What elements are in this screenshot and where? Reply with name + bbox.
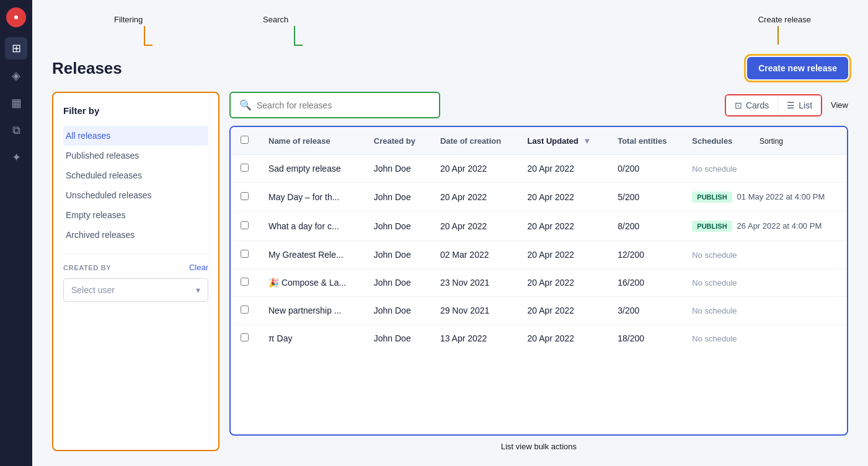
annotation-row: Filtering Search Create release <box>52 15 848 52</box>
row-name: My Greatest Rele... <box>259 241 364 269</box>
cards-icon: ⊡ <box>735 100 742 110</box>
page-title: Releases <box>52 59 122 78</box>
search-icon: 🔍 <box>239 99 252 111</box>
row-last-updated: 20 Apr 2022 <box>518 269 608 297</box>
create-release-button[interactable]: Create new release <box>747 57 848 79</box>
header-name: Name of release <box>259 127 364 155</box>
row-date-creation: 13 Apr 2022 <box>430 325 518 353</box>
row-name: New partnership ... <box>259 297 364 325</box>
annotation-create-release: Create release <box>758 15 811 24</box>
row-checkbox[interactable] <box>241 250 249 258</box>
row-name: What a day for c... <box>259 212 364 241</box>
row-date-creation: 02 Mar 2022 <box>430 241 518 269</box>
filter-all-releases[interactable]: All releases <box>63 126 208 146</box>
row-schedules: No schedule <box>682 297 847 325</box>
row-date-creation: 29 Nov 2021 <box>430 297 518 325</box>
row-name: π Day <box>259 325 364 353</box>
arrow-filtering-h <box>144 45 153 46</box>
schedule-time: 01 May 2022 at 4:00 PM <box>737 192 825 201</box>
publish-badge: PUBLISH <box>692 221 732 232</box>
sidebar-item-puzzle[interactable]: ✦ <box>5 146 27 169</box>
arrow-filtering <box>144 26 145 45</box>
row-created-by: John Doe <box>364 325 430 353</box>
row-checkbox-cell <box>231 183 259 212</box>
row-date-creation: 20 Apr 2022 <box>430 212 518 241</box>
header-checkbox-col <box>231 127 259 155</box>
header-total-entities: Total entities <box>608 127 682 155</box>
select-all-checkbox[interactable] <box>241 136 249 144</box>
row-last-updated: 20 Apr 2022 <box>518 155 608 183</box>
table-body: Sad empty release John Doe 20 Apr 2022 2… <box>231 155 847 353</box>
row-checkbox[interactable] <box>241 306 249 314</box>
table-row: My Greatest Rele... John Doe 02 Mar 2022… <box>231 241 847 269</box>
filter-scheduled-releases[interactable]: Scheduled releases <box>63 165 208 185</box>
cards-view-button[interactable]: ⊡ Cards <box>726 95 778 115</box>
header-last-updated[interactable]: Last Updated ▼ <box>518 127 608 155</box>
page-header: Releases Create new release <box>52 57 848 79</box>
row-schedules: No schedule <box>682 241 847 269</box>
row-created-by: John Doe <box>364 241 430 269</box>
row-checkbox-cell <box>231 325 259 353</box>
sidebar-item-calendar[interactable]: ▦ <box>5 92 27 114</box>
annotation-sorting: Sorting <box>760 137 783 146</box>
annotation-view: View <box>831 100 848 110</box>
cards-label: Cards <box>746 100 769 110</box>
content-area: Filter by All releases Published release… <box>52 92 848 451</box>
list-view-button[interactable]: ☰ List <box>778 95 821 115</box>
row-checkbox[interactable] <box>241 164 249 172</box>
row-total-entities: 12/200 <box>608 241 682 269</box>
schedule-time: 26 Apr 2022 at 4:00 PM <box>737 221 822 231</box>
row-checkbox-cell <box>231 155 259 183</box>
no-schedule-text: No schedule <box>692 306 737 315</box>
arrow-search-h <box>294 45 303 46</box>
arrow-create <box>777 26 779 45</box>
list-label: List <box>799 100 812 110</box>
row-date-creation: 20 Apr 2022 <box>430 183 518 212</box>
no-schedule-text: No schedule <box>692 250 737 260</box>
row-last-updated: 20 Apr 2022 <box>518 241 608 269</box>
annotation-filtering: Filtering <box>114 15 143 24</box>
filter-empty-releases[interactable]: Empty releases <box>63 205 208 225</box>
sidebar-item-layers[interactable]: ⧉ <box>5 119 27 141</box>
header-created-by: Created by <box>364 127 430 155</box>
filter-unscheduled-releases[interactable]: Unscheduled releases <box>63 185 208 205</box>
select-user-button[interactable]: Select user ▾ <box>63 278 208 302</box>
view-toggle: ⊡ Cards ☰ List <box>725 94 822 116</box>
filter-published-releases[interactable]: Published releases <box>63 146 208 165</box>
chevron-down-icon: ▾ <box>196 285 200 295</box>
filter-created-by-row: CREATED BY Clear <box>63 263 208 272</box>
search-box: 🔍 <box>229 92 440 118</box>
row-schedules: No schedule <box>682 269 847 297</box>
row-checkbox[interactable] <box>241 333 249 341</box>
row-created-by: John Doe <box>364 297 430 325</box>
filter-divider <box>63 253 208 254</box>
row-total-entities: 3/200 <box>608 297 682 325</box>
header-schedules: Schedules Sorting <box>682 127 847 155</box>
row-total-entities: 18/200 <box>608 325 682 353</box>
sidebar-item-grid[interactable]: ⊞ <box>5 37 27 59</box>
row-schedules: No schedule <box>682 155 847 183</box>
filter-archived-releases[interactable]: Archived releases <box>63 225 208 245</box>
releases-table-container: Name of release Created by Date of creat… <box>229 126 848 436</box>
row-checkbox[interactable] <box>241 192 249 200</box>
sort-arrow-icon: ▼ <box>583 136 591 146</box>
row-checkbox[interactable] <box>241 221 249 229</box>
row-checkbox[interactable] <box>241 278 249 286</box>
row-last-updated: 20 Apr 2022 <box>518 297 608 325</box>
row-created-by: John Doe <box>364 212 430 241</box>
view-toggle-area: ⊡ Cards ☰ List View ← <box>725 94 848 116</box>
annotation-bulk-actions: List view bulk actions <box>229 442 848 451</box>
filter-clear-button[interactable]: Clear <box>189 263 208 272</box>
main-area: Filtering Search Create release Releases… <box>32 0 868 466</box>
sidebar-item-cube[interactable]: ◈ <box>5 64 27 87</box>
no-schedule-text: No schedule <box>692 334 737 343</box>
table-header-row: Name of release Created by Date of creat… <box>231 127 847 155</box>
row-total-entities: 5/200 <box>608 183 682 212</box>
search-input[interactable] <box>257 100 430 110</box>
row-created-by: John Doe <box>364 269 430 297</box>
row-checkbox-cell <box>231 269 259 297</box>
list-icon: ☰ <box>787 100 795 110</box>
row-total-entities: 8/200 <box>608 212 682 241</box>
row-last-updated: 20 Apr 2022 <box>518 212 608 241</box>
toolbar: 🔍 ⊡ Cards ☰ List <box>229 92 848 118</box>
